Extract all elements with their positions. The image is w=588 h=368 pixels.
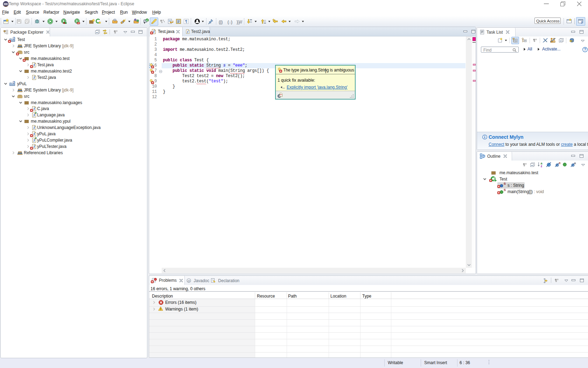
svg-text:S: S	[559, 162, 560, 165]
svg-text:@: @	[187, 279, 190, 282]
svg-text:?: ?	[584, 48, 586, 52]
svg-text:L: L	[575, 162, 576, 165]
svg-text:z: z	[541, 164, 542, 168]
svg-text:C: C	[146, 19, 148, 22]
svg-text:J: J	[581, 20, 583, 24]
svg-text:¶: ¶	[185, 19, 187, 23]
